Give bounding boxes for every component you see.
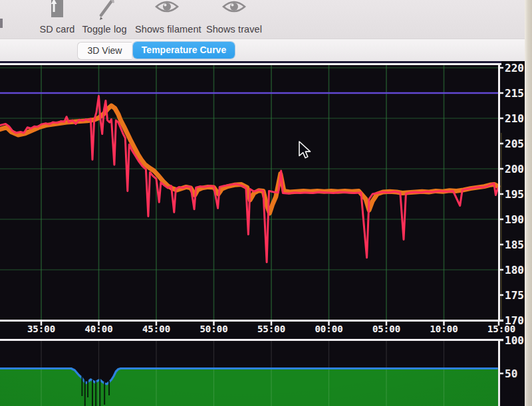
eye-icon <box>221 0 247 24</box>
toolbar: SD card Toggle log Shows filament <box>0 0 525 39</box>
tab-temperature-curve[interactable]: Temperature Curve <box>133 42 235 58</box>
shows-filament-label: Shows filament <box>135 24 199 35</box>
chart-panel-background <box>0 61 525 406</box>
tab-bar: 3D View Temperature Curve <box>0 39 525 61</box>
sd-card-label: SD card <box>33 24 81 35</box>
window-edge-artifact <box>0 19 3 28</box>
toggle-log-button[interactable]: Toggle log <box>78 0 131 39</box>
shows-travel-label: Shows travel <box>203 24 265 35</box>
shows-travel-button[interactable]: Shows travel <box>203 0 265 39</box>
monitor-bezel <box>525 0 532 406</box>
tab-3d-view[interactable]: 3D View <box>77 42 132 60</box>
toggle-log-label: Toggle log <box>78 24 131 35</box>
sd-card-button[interactable]: SD card <box>33 0 81 39</box>
view-tabs: 3D View Temperature Curve <box>77 42 235 58</box>
pencil-icon <box>92 0 116 24</box>
shows-filament-button[interactable]: Shows filament <box>135 0 199 39</box>
eye-icon <box>154 0 180 24</box>
sd-card-icon <box>46 0 68 24</box>
